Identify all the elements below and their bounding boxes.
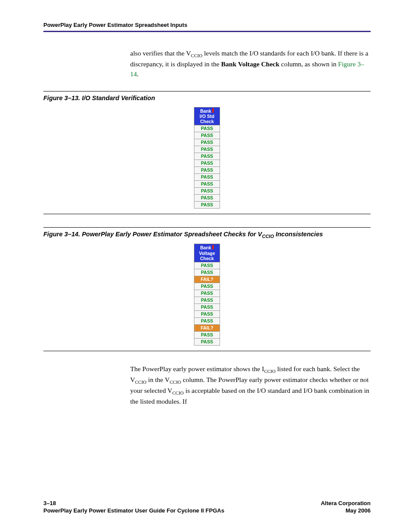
figure-14-table: Bank Voltage Check PASS PASS FAIL? PASS … <box>194 244 220 345</box>
p2-s4: CCIO <box>172 390 184 395</box>
table-row: PASS <box>194 153 220 160</box>
table-row: FAIL? <box>194 276 220 283</box>
fig14-h1: Bank <box>200 245 211 250</box>
p2-s3: CCIO <box>170 379 181 385</box>
table-row: PASS <box>194 297 220 304</box>
page-number: 3–18 <box>43 500 56 506</box>
fig13-h1: Bank <box>200 108 211 114</box>
figure-13-rule-top <box>43 91 371 91</box>
fig13-h3: Check <box>200 119 214 124</box>
p2-t1: The PowerPlay early power estimator show… <box>130 365 264 372</box>
table-row: PASS <box>194 269 220 276</box>
fig14-h3: Check <box>200 256 214 261</box>
page-footer: 3–18 PowerPlay Early Power Estimator Use… <box>43 499 371 515</box>
doc-title: PowerPlay Early Power Estimator User Gui… <box>43 507 224 514</box>
excel-comment-marker-icon <box>212 245 214 249</box>
table-row: PASS <box>194 262 220 269</box>
p2-t3: in the V <box>146 376 170 383</box>
table-row: PASS <box>194 160 220 166</box>
p2-s1: CCIO <box>264 369 276 374</box>
table-row: PASS <box>194 146 220 153</box>
paragraph-1: also verifies that the VCCIO levels matc… <box>130 49 371 79</box>
excel-comment-marker-icon <box>212 108 214 113</box>
figure-13-table: Bank I/O Std Check PASS PASS PASS PASS P… <box>194 107 220 209</box>
para1-tail: . <box>137 70 139 78</box>
para1-bold: Bank Voltage Check <box>221 60 279 68</box>
para1-mid2: column, as shown in <box>279 60 338 68</box>
figure-14-caption: Figure 3–14. PowerPlay Early Power Estim… <box>43 230 371 240</box>
table-row: PASS <box>194 290 220 297</box>
table-row: PASS <box>194 139 220 146</box>
p2-s2: CCIO <box>135 379 146 385</box>
table-row: PASS <box>194 180 220 187</box>
fig13-h2: I/O Std <box>200 114 214 119</box>
table-row: PASS <box>194 283 220 290</box>
figure-14-rule-bot <box>43 351 371 351</box>
table-row: PASS <box>194 304 220 310</box>
table-row: FAIL? <box>194 324 220 331</box>
table-row: PASS <box>194 338 220 345</box>
figure-14-header: Bank Voltage Check <box>194 244 220 262</box>
footer-right: Altera Corporation May 2006 <box>321 499 371 515</box>
table-row: PASS <box>194 317 220 324</box>
doc-date: May 2006 <box>345 507 371 514</box>
header-title: PowerPlay Early Power Estimator Spreadsh… <box>43 22 187 28</box>
table-row: PASS <box>194 187 220 194</box>
footer-left: 3–18 PowerPlay Early Power Estimator Use… <box>43 499 224 515</box>
table-row: PASS <box>194 194 220 201</box>
table-row: PASS <box>194 310 220 317</box>
table-row: PASS <box>194 331 220 338</box>
table-row: PASS <box>194 125 220 132</box>
figure-13-rule-bot <box>43 214 371 214</box>
fig14-cap-pre: Figure 3–14. PowerPlay Early Power Estim… <box>43 231 262 238</box>
table-row: PASS <box>194 132 220 139</box>
figure-13-caption: Figure 3–13. I/O Standard Verification <box>43 94 371 103</box>
figure-13-body: PASS PASS PASS PASS PASS PASS PASS PASS … <box>194 125 220 208</box>
table-row: PASS <box>194 173 220 180</box>
figure-14-body: PASS PASS FAIL? PASS PASS PASS PASS PASS… <box>194 262 220 345</box>
figure-13-header: Bank I/O Std Check <box>194 107 220 125</box>
fig14-h2: Voltage <box>199 251 215 256</box>
fig14-cap-sub: CCIO <box>262 234 274 239</box>
table-row: PASS <box>194 201 220 208</box>
paragraph-2: The PowerPlay early power estimator show… <box>130 364 371 407</box>
company-name: Altera Corporation <box>321 500 371 506</box>
fig14-cap-post: Inconsistencies <box>274 231 323 238</box>
para1-sub1: CCIO <box>191 53 202 58</box>
table-row: PASS <box>194 166 220 173</box>
para1-text: also verifies that the V <box>130 49 191 57</box>
figure-14-rule-top <box>43 227 371 228</box>
page-header: PowerPlay Early Power Estimator Spreadsh… <box>43 22 371 32</box>
